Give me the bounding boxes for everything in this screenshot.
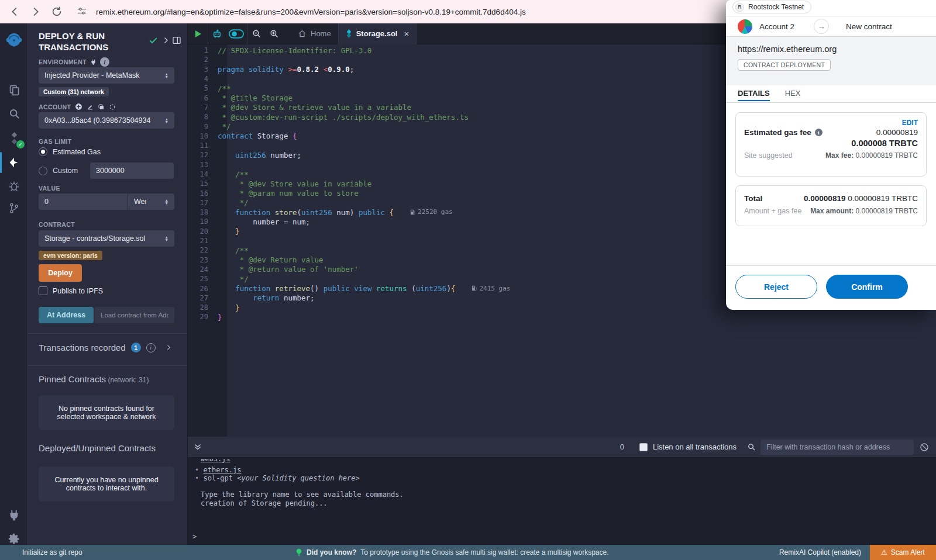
sign-message-icon[interactable] [87, 103, 94, 110]
contract-select[interactable]: Storage - contracts/Storage.sol ▲▼ [39, 230, 174, 247]
account-select[interactable]: 0xA03...85ac4 (0.398673504934 ▲▼ [39, 112, 174, 129]
solidity-compiler-icon[interactable]: ✓ [0, 126, 28, 150]
account-avatar [738, 19, 752, 34]
environment-select[interactable]: Injected Provider - MetaMask ▲▼ [39, 67, 174, 84]
code-line[interactable]: 29} [188, 312, 936, 322]
line-number: 16 [188, 189, 218, 198]
ban-icon[interactable] [920, 443, 929, 452]
copilot-status[interactable]: RemixAI Copilot (enabled) [779, 548, 861, 556]
url-text[interactable]: remix.ethereum.org/#lang=en&optimize=fal… [96, 8, 526, 16]
network-picker[interactable]: R Rootstock Testnet [732, 1, 811, 13]
collapse-chevrons-icon[interactable] [194, 443, 202, 451]
back-icon[interactable] [8, 5, 21, 18]
terminal-output[interactable]: web3.js • ethers.js • sol-gpt <your Soli… [188, 458, 936, 545]
add-account-icon[interactable] [75, 103, 82, 110]
site-settings-icon[interactable] [76, 5, 89, 18]
info-icon[interactable]: i [815, 129, 823, 136]
transactions-recorded-row[interactable]: Transactions recorded 1 i [39, 343, 177, 352]
search-icon[interactable] [0, 102, 28, 125]
git-icon[interactable] [0, 196, 28, 220]
gas-limit-label: GAS LIMIT [39, 138, 72, 145]
reload-icon[interactable] [50, 5, 63, 18]
tip-title: Did you know? [307, 548, 356, 556]
chevron-right-icon[interactable] [161, 35, 171, 46]
tab-home[interactable]: Home [291, 23, 338, 44]
solgpt-hint: <your Solidity question here> [237, 474, 360, 482]
terminal-prompt[interactable]: > [192, 533, 197, 541]
compile-success-badge: ✓ [16, 140, 25, 148]
line-number: 12 [188, 151, 218, 159]
forward-icon[interactable] [29, 5, 42, 18]
total-secondary: 0.00000819 TRBTC [848, 194, 918, 203]
solidity-file-icon [346, 29, 352, 38]
deploy-run-panel: DEPLOY & RUN TRANSACTIONS ENVIRONMENT i … [28, 23, 188, 545]
publish-ipfs-checkbox[interactable] [39, 286, 47, 295]
pinned-empty-message: No pinned contracts found for selected w… [39, 395, 174, 430]
environment-label: ENVIRONMENT [39, 58, 87, 65]
refresh-spinner-icon[interactable] [109, 103, 116, 110]
line-number: 17 [188, 199, 218, 207]
listen-all-label: Listen on all transactions [653, 443, 737, 451]
gas-fee-secondary: 0.00000819 [876, 128, 918, 137]
deploy-button[interactable]: Deploy [39, 264, 82, 282]
debugger-icon[interactable] [0, 174, 28, 198]
account-label: ACCOUNT [39, 103, 71, 110]
terminal-status-line: creation of Storage pending... [201, 499, 328, 507]
zoom-in-icon[interactable] [265, 23, 283, 44]
plug-icon[interactable] [90, 59, 97, 65]
line-number: 19 [188, 217, 218, 226]
gas-estimated-radio[interactable]: Estimated Gas [39, 147, 101, 156]
info-icon[interactable]: i [100, 57, 109, 67]
ai-robot-icon[interactable] [208, 23, 226, 44]
copy-icon[interactable] [98, 103, 105, 110]
at-address-button[interactable]: At Address [39, 307, 94, 323]
max-fee-value: 0.00000819 TRBTC [855, 151, 918, 160]
terminal-lib-link[interactable]: web3.js [201, 459, 230, 463]
activity-bar: ✓ [0, 23, 28, 545]
unpinned-contracts-title: Deployed/Unpinned Contracts [39, 443, 156, 453]
confirm-button[interactable]: Confirm [826, 275, 908, 299]
line-number: 22 [188, 246, 218, 254]
listen-all-checkbox[interactable] [639, 443, 648, 451]
toggle-on-icon[interactable] [226, 23, 247, 44]
pin-panel-icon[interactable] [171, 35, 182, 46]
remix-logo[interactable] [0, 28, 28, 55]
at-address-input[interactable] [95, 307, 174, 323]
max-amount-value: 0.00000819 TRBTC [855, 207, 918, 215]
terminal-filter-input[interactable] [760, 440, 914, 455]
gas-custom-input[interactable] [90, 163, 174, 179]
line-number: 6 [188, 94, 218, 102]
file-explorer-icon[interactable] [0, 78, 28, 102]
plugin-manager-icon[interactable] [0, 504, 28, 527]
tab-hex[interactable]: HEX [785, 85, 801, 98]
terminal-lib-link[interactable]: ethers.js [203, 466, 241, 474]
line-number: 9 [188, 123, 218, 131]
chevron-updown-icon: ▲▼ [165, 236, 168, 241]
git-init-button[interactable]: Initialize as git repo [22, 548, 82, 556]
scam-alert-button[interactable]: ⚠ Scam Alert [870, 545, 936, 560]
line-number: 14 [188, 170, 218, 178]
gas-custom-radio[interactable] [39, 167, 47, 175]
chevron-right-icon[interactable] [166, 344, 172, 351]
reject-button[interactable]: Reject [735, 275, 817, 299]
zoom-out-icon[interactable] [247, 23, 265, 44]
tab-details[interactable]: DETAILS [738, 85, 770, 101]
gas-fee-label: Estimated gas fee [744, 128, 811, 137]
mm-tabs: DETAILS HEX [726, 85, 936, 103]
edit-gas-button[interactable]: EDIT [744, 119, 918, 127]
status-bar: Initialize as git repo Did you know? To … [0, 545, 936, 560]
line-number: 13 [188, 161, 218, 169]
deploy-run-icon[interactable] [0, 151, 28, 174]
line-number: 21 [188, 237, 218, 245]
run-script-icon[interactable] [188, 23, 208, 44]
value-input[interactable] [39, 193, 128, 210]
publish-ipfs-label: Publish to IPFS [53, 287, 103, 295]
close-icon[interactable]: × [404, 29, 409, 39]
info-icon[interactable]: i [146, 343, 156, 352]
tab-storage-sol[interactable]: Storage.sol × [339, 23, 417, 44]
line-number: 3 [188, 65, 218, 74]
metamask-popup: R Rootstock Testnet Account 2 → New cont… [726, 0, 936, 310]
arrow-right-icon: → [814, 19, 829, 34]
gas-estimate: 22520 gas [410, 208, 453, 216]
value-unit-select[interactable]: Wei ▲▼ [128, 193, 174, 210]
